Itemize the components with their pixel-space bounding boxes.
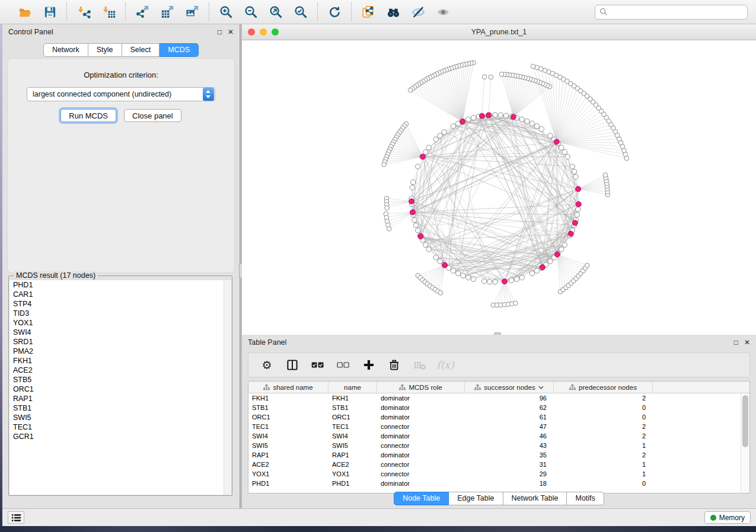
table-cell[interactable]: connector — [377, 423, 465, 430]
table-cell[interactable]: FKH1 — [248, 395, 328, 402]
mcds-result-item[interactable]: TID3 — [9, 309, 231, 318]
tab-edge-table[interactable]: Edge Table — [449, 492, 503, 505]
column-header-predecessor-nodes[interactable]: predecessor nodes — [554, 382, 653, 393]
task-history-button[interactable] — [8, 511, 24, 524]
table-row[interactable]: SWI4SWI4dominator462 — [248, 431, 749, 441]
mcds-result-list[interactable]: PHD1CAR1STP4TID3YOX1SWI4SRD1PMA2FKH1ACE2… — [9, 280, 231, 495]
export-network-button[interactable] — [132, 2, 153, 21]
deselect-all-checkboxes-button[interactable] — [336, 357, 351, 373]
mcds-result-item[interactable]: FKH1 — [9, 356, 231, 366]
zoom-out-button[interactable] — [240, 2, 261, 21]
delete-row-button[interactable] — [387, 357, 402, 373]
table-cell[interactable]: SWI4 — [328, 432, 377, 440]
table-cell[interactable]: 0 — [554, 404, 653, 411]
table-cell[interactable]: SWI5 — [328, 442, 377, 449]
table-cell[interactable]: 96 — [465, 395, 554, 402]
table-cell[interactable]: connector — [377, 442, 465, 449]
tab-select[interactable]: Select — [122, 43, 160, 57]
table-scrollbar[interactable] — [741, 393, 749, 493]
table-cell[interactable]: connector — [377, 470, 465, 477]
import-network-button[interactable] — [73, 2, 94, 21]
zoom-selected-button[interactable] — [290, 2, 311, 21]
table-cell[interactable]: ORC1 — [248, 414, 328, 421]
mcds-result-item[interactable]: SWI4 — [9, 328, 231, 337]
zoom-in-button[interactable] — [215, 2, 237, 21]
tab-motifs[interactable]: Motifs — [567, 492, 604, 505]
table-cell[interactable]: dominator — [377, 404, 465, 411]
table-cell[interactable]: RAP1 — [328, 451, 377, 459]
table-cell[interactable]: 35 — [465, 451, 554, 459]
settings-gear-button[interactable]: ⚙ — [259, 357, 275, 373]
open-file-button[interactable] — [14, 2, 36, 21]
show-all-button[interactable] — [432, 2, 454, 21]
table-cell[interactable]: connector — [377, 461, 465, 468]
float-panel-icon[interactable]: □ — [218, 28, 222, 36]
tab-network-table[interactable]: Network Table — [503, 492, 567, 505]
zoom-fit-button[interactable] — [265, 2, 286, 21]
table-cell[interactable]: dominator — [377, 414, 465, 421]
table-cell[interactable]: TEC1 — [248, 423, 328, 430]
table-row[interactable]: SWI5SWI5connector431 — [248, 441, 749, 450]
table-cell[interactable]: STB1 — [248, 404, 328, 411]
mcds-result-item[interactable]: STB1 — [9, 403, 231, 413]
table-cell[interactable]: RAP1 — [248, 451, 328, 459]
table-cell[interactable]: ACE2 — [248, 461, 328, 468]
copy-network-button[interactable] — [358, 2, 379, 21]
table-row[interactable]: STB1STB1dominator620 — [248, 403, 749, 412]
mcds-list-scrollbar[interactable] — [224, 280, 231, 495]
table-cell[interactable]: SWI4 — [248, 432, 328, 440]
split-view-button[interactable] — [285, 357, 300, 373]
mcds-result-item[interactable]: CAR1 — [9, 290, 231, 299]
table-cell[interactable]: ORC1 — [328, 414, 377, 421]
table-cell[interactable]: FKH1 — [328, 395, 377, 402]
mcds-result-item[interactable]: TEC1 — [9, 422, 231, 432]
run-mcds-button[interactable]: Run MCDS — [60, 109, 116, 122]
close-panel-button[interactable]: Close panel — [124, 109, 181, 122]
table-cell[interactable]: 2 — [554, 395, 653, 402]
table-row[interactable]: PHD1PHD1dominator180 — [248, 479, 749, 488]
mcds-result-item[interactable]: PHD1 — [9, 280, 231, 290]
network-canvas[interactable] — [242, 40, 756, 335]
close-panel-icon[interactable]: ✕ — [228, 28, 234, 36]
float-table-panel-icon[interactable]: □ — [734, 338, 738, 347]
table-cell[interactable]: YOX1 — [328, 470, 377, 477]
save-session-button[interactable] — [39, 2, 60, 21]
mcds-result-item[interactable]: GCR1 — [9, 432, 231, 441]
tab-mcds[interactable]: MCDS — [160, 43, 199, 57]
mcds-result-item[interactable]: PMA2 — [9, 347, 231, 356]
table-row[interactable]: ACE2ACE2connector311 — [248, 460, 749, 469]
mcds-result-item[interactable]: ACE2 — [9, 366, 231, 375]
export-image-button[interactable] — [181, 2, 203, 21]
table-row[interactable]: TEC1TEC1connector472 — [248, 422, 749, 431]
table-cell[interactable]: 31 — [465, 461, 554, 468]
table-cell[interactable]: 2 — [554, 423, 653, 430]
mcds-result-item[interactable]: SRD1 — [9, 337, 231, 347]
table-cell[interactable]: 43 — [465, 442, 554, 449]
refresh-layout-button[interactable] — [324, 2, 345, 21]
table-cell[interactable]: 1 — [554, 461, 653, 468]
table-cell[interactable]: dominator — [377, 395, 465, 402]
table-row[interactable]: YOX1YOX1connector291 — [248, 469, 749, 479]
tab-network[interactable]: Network — [43, 43, 88, 57]
table-cell[interactable]: PHD1 — [328, 480, 377, 487]
table-cell[interactable]: 1 — [554, 470, 653, 477]
table-cell[interactable]: 0 — [554, 480, 653, 487]
table-cell[interactable]: SWI5 — [248, 442, 328, 449]
table-cell[interactable]: 29 — [465, 470, 554, 477]
table-cell[interactable]: dominator — [377, 432, 465, 440]
table-cell[interactable]: 61 — [465, 414, 554, 421]
column-header-successor-nodes[interactable]: successor nodes — [465, 382, 554, 393]
column-header-name[interactable]: name — [328, 382, 377, 393]
select-all-checkboxes-button[interactable] — [310, 357, 326, 373]
table-row[interactable]: RAP1RAP1dominator352 — [248, 450, 749, 460]
table-cell[interactable]: dominator — [377, 451, 465, 459]
table-cell[interactable]: 0 — [554, 414, 653, 421]
hide-selected-button[interactable] — [407, 2, 429, 21]
table-cell[interactable]: 2 — [554, 432, 653, 440]
table-cell[interactable]: 1 — [554, 442, 653, 449]
table-cell[interactable]: 62 — [465, 404, 554, 411]
table-cell[interactable]: ACE2 — [328, 461, 377, 468]
table-cell[interactable]: 46 — [465, 432, 554, 440]
memory-button[interactable]: Memory — [704, 511, 751, 524]
table-cell[interactable]: PHD1 — [248, 480, 328, 487]
